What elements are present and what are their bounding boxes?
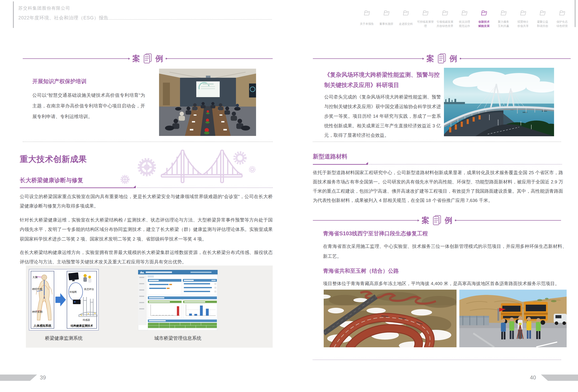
case-line-right bbox=[166, 58, 273, 59]
svg-text:大脑: 大脑 bbox=[32, 276, 38, 279]
case-header-right-1: 案 例 bbox=[313, 52, 571, 65]
nav-label: 董事长致辞 bbox=[380, 20, 393, 28]
case-line-right bbox=[455, 220, 561, 221]
folder-icon bbox=[500, 10, 507, 16]
case-line-left bbox=[313, 58, 424, 59]
section-title-innovation: 重大技术创新成果 bbox=[20, 154, 87, 165]
nav-item-11[interactable]: 保护生态绿色经营 bbox=[553, 10, 572, 28]
paragraph-3: 在长大桥梁结构健康运维方向，实验室拥有世界最大规模的长大桥梁集群运维数据资源，在… bbox=[20, 248, 273, 267]
folder-icon bbox=[539, 10, 546, 16]
svg-text:人体感知系统: 人体感知系统 bbox=[33, 324, 51, 327]
case-line-right bbox=[460, 58, 571, 59]
road-materials-rule bbox=[313, 162, 562, 165]
nav-label: 保护生态绿色经营 bbox=[557, 20, 568, 28]
bridge-health-figure: 大脑 神经中枢 神经末梢 人体感知系统 传输网 状态评估 传感器 结构健康 bbox=[29, 269, 99, 331]
nav-item-6[interactable]: 依法治理规范运作 bbox=[455, 10, 474, 28]
case-document-icon bbox=[143, 53, 153, 64]
paragraph-2: 针对长大桥梁健康运维，实验室在长大桥梁结构检 / 监测技术、状态评估理论与方法、… bbox=[20, 215, 273, 244]
case-body-research-project: 公司牵头完成的《复杂风场环境大跨桥梁性能监测、预警与控制关键技术及应用》获中国交… bbox=[324, 92, 441, 140]
folder-icon bbox=[461, 10, 468, 16]
subsection-title-bridge-health: 长大桥梁健康诊断与修复 bbox=[20, 176, 83, 184]
nav-item-8[interactable]: 聚力服务互利共赢 bbox=[494, 10, 513, 28]
folder-icon bbox=[480, 10, 488, 16]
case-body-qinghai-s103: 在青海省首次采用施工监理、中心实验室、技术服务三位一体创新管理模式的示范项目，并… bbox=[323, 241, 567, 261]
nav-item-4[interactable]: 可持续发展管理 bbox=[416, 10, 435, 28]
nav-label: 聚力服务互利共赢 bbox=[498, 20, 509, 28]
nav-label: 创新技术赋能发展 bbox=[478, 20, 489, 28]
svg-text:状态评估: 状态评估 bbox=[84, 288, 94, 291]
chapter-nav: 关于本报告 董事长致辞 走进苏交科 可持续发展管理 引领低碳发展共创绿色世界 依… bbox=[357, 10, 572, 28]
svg-text:传感器: 传感器 bbox=[83, 318, 90, 321]
nav-label: 依法治理规范运作 bbox=[459, 20, 470, 28]
nav-item-1[interactable]: 关于本报告 bbox=[357, 10, 376, 28]
folder-icon bbox=[441, 10, 449, 16]
nav-label: 引领低碳发展共创绿色世界 bbox=[436, 20, 453, 28]
case-title-gonghe-yushu: 青海省共和至玉树（结合）公路 bbox=[323, 267, 399, 275]
nav-label: 关于本报告 bbox=[360, 20, 374, 28]
nav-item-2[interactable]: 董事长致辞 bbox=[377, 10, 396, 28]
header-left-bar bbox=[13, 1, 14, 28]
nav-item-10[interactable]: 凝聚公益和谐共创 bbox=[533, 10, 552, 28]
header-right-bar bbox=[575, 0, 576, 27]
folder-icon bbox=[422, 10, 429, 16]
case-line-left bbox=[313, 220, 419, 221]
svg-text:结构健康监测技术: 结构健康监测技术 bbox=[70, 324, 93, 327]
bridge-gears-decoration bbox=[109, 147, 258, 185]
svg-text:传输网: 传输网 bbox=[69, 291, 77, 293]
footer-ribbon-right bbox=[541, 375, 578, 381]
company-name: 苏交科集团股份有限公司 bbox=[18, 5, 70, 11]
bridge-info-system-figure bbox=[138, 270, 218, 330]
nav-label: 走进苏交科 bbox=[399, 20, 413, 28]
nav-label: 可持续发展管理 bbox=[416, 20, 435, 28]
case-char-li: 例 bbox=[155, 55, 163, 62]
subsection-rule bbox=[20, 185, 273, 188]
meeting-room-photo bbox=[159, 69, 256, 136]
svg-text:神经中枢: 神经中枢 bbox=[32, 288, 43, 291]
case-body-ip-training: 公司以“智慧交通基础设施关键技术高价值专利培育”为主题，在南京举办高价值专利培育… bbox=[32, 90, 145, 122]
case-line-left bbox=[23, 58, 130, 59]
figure-caption-left: 桥梁健康监测系统 bbox=[29, 335, 99, 341]
folder-icon bbox=[402, 10, 410, 16]
right-bottom-dotted bbox=[313, 359, 561, 360]
report-title: 2022年度环境、社会和治理（ESG）报告 bbox=[18, 15, 108, 21]
header-dotted-line bbox=[100, 19, 272, 20]
road-survey-photo bbox=[459, 290, 567, 347]
case-body-gonghe-yushu: 项目整体位于青海青藏高原多年冻土地区，平均海拔 4,400 米，是高寒高海拔地区… bbox=[323, 279, 567, 288]
bridge-photo bbox=[444, 68, 554, 136]
page-number-right: 40 bbox=[530, 375, 536, 381]
nav-item-3[interactable]: 走进苏交科 bbox=[396, 10, 415, 28]
nav-label: 凝聚公益和谐共创 bbox=[537, 20, 548, 28]
esg-report-spread: 苏交科集团股份有限公司 2022年度环境、社会和治理（ESG）报告 关于本报告 … bbox=[0, 0, 578, 392]
right-separator-dotted bbox=[313, 141, 561, 142]
folder-icon bbox=[520, 10, 527, 16]
folder-icon bbox=[363, 10, 371, 16]
case-title-research-project: 《复杂风场环境大跨桥梁性能监测、预警与控制关键技术及应用》科研项目 bbox=[324, 70, 445, 90]
case-document-icon bbox=[432, 215, 442, 226]
footer-ribbon-left bbox=[0, 375, 37, 381]
road-materials-body: 依托于新型道路材料国家工程研究中心，公司新型道路材料创新成果显著，成果转化及技术… bbox=[313, 168, 563, 205]
section-title-road-materials: 新型道路材料 bbox=[313, 153, 347, 161]
svg-text:神经末梢: 神经末梢 bbox=[32, 310, 43, 313]
winding-road-photo bbox=[324, 290, 457, 347]
folder-icon bbox=[558, 10, 566, 16]
nav-item-9[interactable]: 招贤纳士价值共享 bbox=[514, 10, 532, 28]
case-header-right-2: 案 例 bbox=[313, 214, 561, 226]
nav-item-5[interactable]: 引领低碳发展共创绿色世界 bbox=[435, 10, 454, 28]
nav-item-7-active[interactable]: 创新技术赋能发展 bbox=[475, 10, 493, 28]
case-title-qinghai-s103: 青海省S103线西宁至甘禅口段生态修复工程 bbox=[323, 230, 428, 237]
nav-label: 招贤纳士价值共享 bbox=[518, 20, 529, 28]
case-header-left: 案 例 bbox=[23, 52, 273, 65]
figure-caption-right: 城市桥梁管理信息系统 bbox=[138, 335, 218, 341]
left-separator-dotted bbox=[23, 141, 273, 142]
case-char-an: 案 bbox=[132, 55, 140, 62]
folder-icon bbox=[383, 10, 390, 16]
paragraph-1: 公司设立的桥梁国家重点实验室在国内具有重要地位，更是长大桥梁安全与健康领域世界级… bbox=[20, 192, 273, 211]
case-document-icon bbox=[437, 53, 447, 64]
case-title-ip-training: 开展知识产权保护培训 bbox=[32, 78, 87, 85]
page-number-left: 39 bbox=[40, 375, 46, 381]
